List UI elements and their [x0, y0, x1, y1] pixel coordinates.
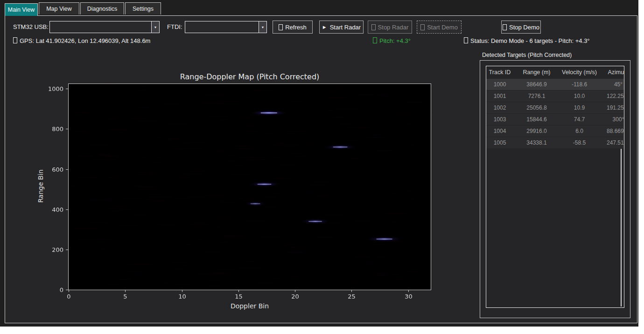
app-window: Main View Map View Diagnostics Settings …	[0, 0, 638, 327]
stop-radar-button[interactable]: Stop Radar	[368, 21, 412, 34]
stop-demo-button[interactable]: Stop Demo	[501, 21, 541, 34]
table-row[interactable]: 100225056.810.9191.2552	[486, 102, 624, 114]
stm32-usb-label: STM32 USB:	[13, 23, 49, 30]
stop-icon	[371, 24, 376, 30]
table-row[interactable]: 100534338.1-58.5247.5104	[486, 137, 624, 149]
stop-icon	[503, 24, 507, 30]
tab-map-view[interactable]: Map View	[39, 2, 79, 14]
cell: 25056.8	[513, 102, 560, 113]
refresh-button[interactable]: Refresh	[273, 21, 313, 34]
range-doppler-heatmap	[24, 68, 453, 320]
table-row[interactable]: 100429916.06.088.66998	[486, 125, 624, 137]
cell: 191.2552	[599, 102, 624, 113]
column-header[interactable]: Azimuth	[599, 66, 624, 79]
cell: 1001	[486, 90, 513, 102]
cell: -118.6	[560, 79, 599, 90]
play-icon: ►	[322, 24, 327, 30]
detected-targets-groupbox: Track IDRange (m)Velocity (m/s)Azimuth 1…	[480, 60, 630, 318]
cell: 38646.9	[513, 79, 560, 90]
column-header[interactable]: Range (m)	[513, 66, 560, 79]
status-icon	[464, 37, 468, 43]
demo-icon	[420, 24, 425, 30]
table-row[interactable]: 10017276.110.0122.2510	[486, 90, 624, 102]
cell: 45°	[599, 79, 624, 90]
cell: 247.5104	[599, 137, 624, 148]
dropdown-arrow-icon[interactable]: ▼	[259, 21, 266, 33]
cell: 1004	[486, 125, 513, 137]
column-header[interactable]: Velocity (m/s)	[560, 66, 599, 79]
refresh-icon	[279, 24, 283, 30]
stm32-port-combobox[interactable]: ▼	[49, 21, 160, 33]
table-row[interactable]: 100038646.9-118.645°	[486, 79, 624, 90]
cell: 6.0	[560, 125, 599, 137]
table-row[interactable]: 100315844.674.7300°	[486, 114, 624, 125]
satellite-icon	[13, 37, 17, 43]
targets-table[interactable]: Track IDRange (m)Velocity (m/s)Azimuth 1…	[486, 66, 624, 308]
cell: 1002	[486, 102, 513, 113]
cell: 1003	[486, 114, 513, 125]
status-text: Status: Demo Mode - 6 targets - Pitch: +…	[464, 37, 590, 44]
dropdown-arrow-icon[interactable]: ▼	[151, 21, 159, 33]
detected-targets-title: Detected Targets (Pitch Corrected)	[482, 52, 572, 58]
ftdi-port-combobox[interactable]: ▼	[185, 21, 267, 33]
cell: 29916.0	[513, 125, 560, 137]
cell: 74.7	[560, 114, 599, 125]
tab-settings[interactable]: Settings	[125, 2, 161, 14]
gps-status-text: GPS: Lat 41.902426, Lon 12.496039, Alt 1…	[13, 37, 150, 44]
table-header-row: Track IDRange (m)Velocity (m/s)Azimuth	[486, 66, 624, 79]
cell: 300°	[599, 114, 624, 125]
cell: 7276.1	[513, 90, 560, 102]
pitch-indicator: Pitch: +4.3°	[373, 37, 411, 44]
table-scrollbar[interactable]	[621, 149, 622, 306]
cell: 34338.1	[513, 137, 560, 148]
cell: 1005	[486, 137, 513, 148]
cell: 88.66998	[599, 125, 624, 137]
cell: -58.5	[560, 137, 599, 148]
tab-main-view[interactable]: Main View	[5, 3, 38, 16]
column-header[interactable]: Track ID	[486, 66, 513, 79]
cell: 10.0	[560, 90, 599, 102]
cell: 1000	[486, 79, 513, 90]
cell: 15844.6	[513, 114, 560, 125]
pitch-icon	[373, 37, 377, 43]
start-radar-button[interactable]: ► Start Radar	[319, 21, 364, 34]
cell: 122.2510	[599, 90, 624, 102]
ftdi-label: FTDI:	[167, 23, 182, 30]
cell: 10.9	[560, 102, 599, 113]
start-demo-button[interactable]: Start Demo	[417, 21, 462, 34]
tab-diagnostics[interactable]: Diagnostics	[80, 2, 124, 14]
main-view-panel: STM32 USB: ▼ FTDI: ▼ Refresh ► Start Rad…	[5, 15, 637, 323]
